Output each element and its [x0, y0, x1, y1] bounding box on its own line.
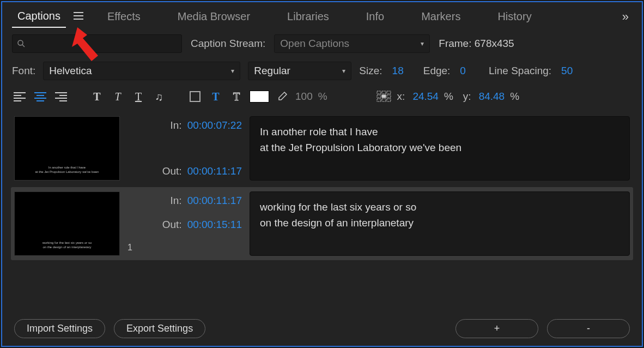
opacity-value[interactable]: 100: [295, 91, 313, 103]
position-grid-button[interactable]: [376, 89, 392, 104]
frame-label: Frame: 678x435: [439, 38, 514, 50]
svg-rect-26: [382, 99, 386, 101]
caption-stream-value: Open Captions: [280, 38, 349, 50]
font-style-value: Regular: [254, 65, 290, 77]
edge-label: Edge:: [423, 65, 451, 77]
background-toggle[interactable]: [187, 89, 203, 104]
edge-input[interactable]: 0: [460, 65, 466, 77]
font-style-select[interactable]: Regular ▾: [248, 62, 351, 80]
svg-rect-20: [382, 91, 386, 94]
chevron-down-icon: ▾: [421, 40, 424, 47]
font-label: Font:: [12, 65, 35, 77]
caption-thumbnail: working for the last six years or soon t…: [14, 191, 120, 256]
tab-effects[interactable]: Effects: [102, 6, 146, 27]
x-pct: %: [444, 91, 453, 103]
svg-rect-19: [377, 91, 381, 94]
x-input[interactable]: 24.54: [412, 91, 439, 103]
svg-rect-22: [377, 95, 381, 98]
svg-text:T: T: [233, 91, 240, 103]
caption-stream-label: Caption Stream:: [191, 38, 265, 50]
svg-rect-25: [377, 99, 381, 101]
text-color-button[interactable]: T: [208, 89, 223, 104]
panel-menu-icon[interactable]: [74, 12, 83, 22]
caption-stream-select[interactable]: Open Captions ▾: [274, 34, 430, 53]
y-input[interactable]: 84.48: [479, 91, 505, 103]
tab-bar: Captions Effects Media Browser Libraries…: [2, 2, 642, 29]
caption-row[interactable]: working for the last six years or soon t…: [11, 187, 633, 260]
align-left-button[interactable]: [12, 89, 27, 104]
tab-media-browser[interactable]: Media Browser: [172, 6, 256, 27]
captions-list: In another role that I haveat the Jet Pr…: [2, 112, 642, 313]
align-right-button[interactable]: [53, 89, 69, 104]
italic-button[interactable]: T: [110, 89, 125, 104]
line-spacing-input[interactable]: 50: [561, 65, 573, 77]
font-family-value: Helvetica: [49, 65, 92, 77]
line-spacing-label: Line Spacing:: [489, 65, 551, 77]
underline-button[interactable]: T: [131, 89, 146, 104]
svg-rect-23: [382, 95, 386, 98]
align-center-button[interactable]: [33, 89, 48, 104]
svg-line-4: [22, 45, 25, 47]
caption-row[interactable]: In another role that I haveat the Jet Pr…: [11, 112, 633, 185]
svg-rect-24: [387, 95, 391, 98]
search-input[interactable]: [12, 34, 182, 53]
x-label: x:: [397, 91, 405, 103]
export-settings-button[interactable]: Export Settings: [114, 319, 205, 338]
color-swatch[interactable]: [250, 91, 269, 103]
svg-rect-21: [387, 91, 391, 94]
music-note-button[interactable]: ♫: [151, 89, 167, 104]
svg-rect-27: [387, 99, 391, 101]
y-label: y:: [463, 91, 471, 103]
in-label: In:: [171, 119, 182, 131]
out-label: Out:: [162, 219, 182, 231]
caption-text[interactable]: In another role that I haveat the Jet Pr…: [250, 116, 630, 181]
size-input[interactable]: 18: [392, 65, 404, 77]
svg-point-3: [18, 40, 23, 45]
tab-info[interactable]: Info: [361, 6, 390, 27]
eyedropper-button[interactable]: [275, 89, 290, 104]
tab-history[interactable]: History: [492, 6, 537, 27]
caption-text[interactable]: working for the last six years or soon t…: [250, 191, 630, 256]
out-timecode[interactable]: 00:00:15:11: [187, 219, 242, 231]
opacity-suffix: %: [318, 91, 327, 103]
svg-rect-17: [190, 92, 200, 101]
out-label: Out:: [162, 165, 182, 177]
y-pct: %: [510, 91, 519, 103]
font-family-select[interactable]: Helvetica ▾: [43, 62, 240, 80]
chevron-down-icon: ▾: [231, 67, 234, 75]
add-caption-button[interactable]: +: [455, 319, 538, 338]
overflow-icon[interactable]: »: [622, 10, 632, 24]
remove-caption-button[interactable]: -: [547, 319, 630, 338]
tab-captions[interactable]: Captions: [12, 5, 66, 28]
outline-button[interactable]: T: [229, 89, 244, 104]
in-timecode[interactable]: 00:00:11:17: [187, 195, 242, 207]
size-label: Size:: [359, 65, 382, 77]
chevron-down-icon: ▾: [342, 67, 345, 75]
out-timecode[interactable]: 00:00:11:17: [187, 165, 242, 177]
tab-libraries[interactable]: Libraries: [282, 6, 335, 27]
tab-markers[interactable]: Markers: [416, 6, 466, 27]
caption-thumbnail: In another role that I haveat the Jet Pr…: [14, 116, 120, 181]
bold-button[interactable]: T: [89, 89, 105, 104]
in-label: In:: [171, 195, 182, 207]
in-timecode[interactable]: 00:00:07:22: [187, 119, 242, 131]
import-settings-button[interactable]: Import Settings: [14, 319, 105, 338]
